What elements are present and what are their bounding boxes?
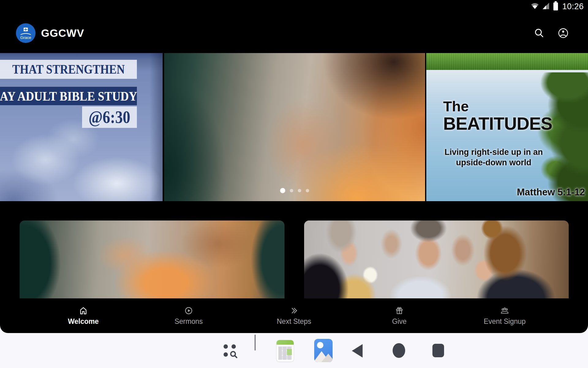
android-navigation-bar xyxy=(0,333,588,368)
cell-signal-icon xyxy=(542,2,550,11)
home-button[interactable] xyxy=(393,343,405,358)
tab-label: Event Signup xyxy=(484,317,526,326)
search-icon[interactable] xyxy=(533,27,545,39)
bible-banner-time: @6:30 xyxy=(82,106,137,128)
app-window: 10:26 Grace GGCWV xyxy=(0,0,588,333)
calendar-grid xyxy=(278,347,292,360)
photos-app-icon[interactable] xyxy=(314,339,333,362)
logo-grace-label: Grace xyxy=(20,36,31,40)
status-bar: 10:26 xyxy=(0,0,588,13)
beatitudes-verse: Matthew 5:1-12 xyxy=(517,187,585,198)
tab-label: Sermons xyxy=(175,317,203,326)
carousel-dot-2[interactable] xyxy=(290,189,293,192)
recents-button[interactable] xyxy=(432,344,444,357)
beatitudes-subtitle: Living right-side up in an upside-down w… xyxy=(435,147,552,168)
app-title: GGCWV xyxy=(41,27,533,39)
beatitudes-tree xyxy=(496,72,588,201)
beatitudes-grass-strip xyxy=(426,53,588,70)
app-header: Grace GGCWV xyxy=(0,13,588,53)
card-congregation-photo[interactable] xyxy=(304,220,569,298)
carousel-slide-clouds[interactable] xyxy=(164,53,425,201)
carousel-dot-3[interactable] xyxy=(298,189,301,192)
beatitudes-title-small: The xyxy=(443,98,469,115)
calendar-header xyxy=(277,340,294,345)
screen: 10:26 Grace GGCWV xyxy=(0,0,588,368)
account-icon[interactable] xyxy=(557,27,570,40)
group-icon xyxy=(500,306,509,315)
church-logo: Grace xyxy=(16,23,36,43)
battery-icon xyxy=(553,2,558,10)
bible-banner-top: THAT STRENGTHEN xyxy=(0,60,137,79)
photos-mountain xyxy=(320,354,333,362)
card-clouds-photo[interactable] xyxy=(20,220,285,298)
carousel-dot-1[interactable] xyxy=(280,188,285,193)
bible-banner-middle: AY ADULT BIBLE STUDY xyxy=(0,87,137,105)
double-chevron-icon xyxy=(289,306,299,315)
tab-event-signup[interactable]: Event Signup xyxy=(452,298,557,333)
carousel-slide-beatitudes[interactable]: The BEATITUDES Living right-side up in a… xyxy=(426,53,588,201)
back-button[interactable] xyxy=(352,344,363,358)
tab-label: Give xyxy=(392,317,406,326)
tab-label: Welcome xyxy=(68,317,99,326)
tab-welcome[interactable]: Welcome xyxy=(31,298,136,333)
wifi-icon xyxy=(531,2,539,11)
logo-building-icon xyxy=(19,27,32,35)
play-circle-icon xyxy=(184,306,193,315)
beatitudes-title: BEATITUDES xyxy=(443,113,552,134)
carousel-slide-bible-study[interactable]: THAT STRENGTHEN AY ADULT BIBLE STUDY @6:… xyxy=(0,53,163,201)
tab-sermons[interactable]: Sermons xyxy=(136,298,241,333)
apps-search-icon[interactable] xyxy=(222,343,238,360)
tab-give[interactable]: Give xyxy=(347,298,452,333)
calendar-app-icon[interactable] xyxy=(276,340,294,362)
home-icon xyxy=(79,306,88,315)
nav-divider xyxy=(254,335,256,351)
gift-icon xyxy=(395,306,404,315)
bottom-nav: Welcome Sermons Next S xyxy=(0,298,588,333)
carousel-dot-4[interactable] xyxy=(306,189,309,192)
status-clock: 10:26 xyxy=(562,2,584,11)
photos-sun xyxy=(317,342,323,348)
carousel-dots xyxy=(280,188,309,193)
hero-carousel: THAT STRENGTHEN AY ADULT BIBLE STUDY @6:… xyxy=(0,53,588,201)
tab-next-steps[interactable]: Next Steps xyxy=(241,298,347,333)
tab-label: Next Steps xyxy=(277,317,311,326)
